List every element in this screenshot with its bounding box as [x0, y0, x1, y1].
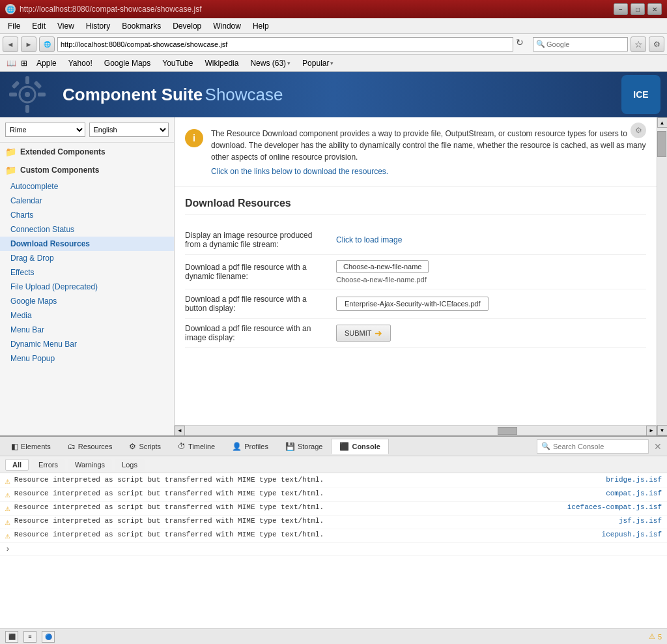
forward-button[interactable]: ► — [21, 37, 36, 52]
close-button[interactable]: ✕ — [647, 3, 662, 15]
back-button[interactable]: ◄ — [3, 37, 18, 52]
console-prompt-icon: › — [5, 544, 10, 554]
filter-warnings-button[interactable]: Warnings — [68, 459, 112, 471]
click-to-load-image-link[interactable]: Click to load image — [336, 235, 402, 244]
settings-icon[interactable]: ⚙ — [649, 37, 664, 52]
console-file-4[interactable]: jsf.js.isf — [619, 517, 662, 525]
nav-download-resources[interactable]: Download Resources — [0, 237, 174, 251]
console-file-2[interactable]: compat.js.isf — [606, 490, 662, 497]
filter-logs-button[interactable]: Logs — [115, 459, 145, 471]
nav-drag-drop[interactable]: Drag & Drop — [0, 251, 174, 265]
bookmark-yahoo[interactable]: Yahoo! — [63, 57, 98, 69]
language-select[interactable]: English — [89, 123, 169, 137]
scroll-down-button[interactable]: ▼ — [657, 425, 668, 435]
nav-bar: ◄ ► 🌐 ↻ 🔍 ☆ ⚙ — [0, 34, 667, 55]
status-warning-icon: ⚠ — [649, 632, 655, 641]
nav-autocomplete[interactable]: Autocomplete — [0, 179, 174, 194]
tab-resources[interactable]: 🗂 Resources — [59, 439, 121, 454]
devtools-search-input[interactable] — [553, 443, 644, 450]
search-input[interactable] — [546, 40, 625, 48]
bookmark-news[interactable]: News (63) ▾ — [245, 57, 296, 69]
scroll-up-button[interactable]: ▲ — [657, 117, 668, 128]
console-file-5[interactable]: icepush.js.isf — [602, 531, 662, 538]
address-bar[interactable] — [57, 37, 513, 51]
maximize-button[interactable]: □ — [631, 3, 645, 15]
submit-button[interactable]: SUBMIT ➜ — [336, 325, 391, 342]
h-scroll-thumb[interactable] — [498, 427, 517, 435]
menu-view[interactable]: View — [52, 20, 79, 32]
status-info-button[interactable]: 🔵 — [42, 631, 55, 643]
bookmarks-grid-icon[interactable]: ⊞ — [18, 57, 30, 69]
choose-filename-button[interactable]: Choose-a-new-file-name — [336, 260, 429, 273]
browser-icon: 🌐 — [5, 4, 16, 14]
console-file-3[interactable]: icefaces-compat.js.isf — [567, 503, 662, 511]
settings-circle-icon: ⚙ — [635, 126, 642, 135]
nav-menu-bar[interactable]: Menu Bar — [0, 323, 174, 337]
menu-history[interactable]: History — [81, 20, 115, 32]
nav-charts[interactable]: Charts — [0, 208, 174, 222]
nav-calendar[interactable]: Calendar — [0, 194, 174, 208]
nav-dynamic-menu-bar[interactable]: Dynamic Menu Bar — [0, 337, 174, 351]
nav-google-maps[interactable]: Google Maps — [0, 294, 174, 308]
warning-icon-4: ⚠ — [5, 517, 10, 527]
tab-elements[interactable]: ◧ Elements — [3, 439, 59, 454]
tab-console[interactable]: ⬛ Console — [331, 439, 388, 454]
scroll-thumb[interactable] — [657, 131, 666, 157]
menu-edit[interactable]: Edit — [27, 20, 51, 32]
menu-file[interactable]: File — [3, 20, 25, 32]
bookmarks-icon[interactable]: ☆ — [631, 37, 646, 52]
menu-window[interactable]: Window — [208, 20, 246, 32]
theme-select[interactable]: Rime — [5, 123, 85, 137]
bookmarks-open-icon[interactable]: 📖 — [5, 57, 17, 69]
filter-errors-button[interactable]: Errors — [31, 459, 65, 471]
menu-develop[interactable]: Develop — [167, 20, 206, 32]
minimize-button[interactable]: − — [614, 3, 628, 15]
svg-rect-2 — [25, 76, 29, 84]
console-file-1[interactable]: bridge.js.isf — [606, 476, 662, 484]
bookmark-youtube[interactable]: YouTube — [157, 57, 198, 69]
header-banner: Component Suite Showcase ICE — [0, 72, 667, 117]
nav-effects[interactable]: Effects — [0, 265, 174, 280]
nav-media[interactable]: Media — [0, 308, 174, 323]
download-label-filename: Download a pdf file resource with adynam… — [185, 263, 328, 281]
tab-storage[interactable]: 💾 Storage — [277, 439, 332, 454]
console-msg-1: Resource interpreted as script but trans… — [14, 476, 602, 484]
console-tab-label: Console — [352, 443, 380, 450]
menu-bookmarks[interactable]: Bookmarks — [117, 20, 166, 32]
tab-scripts[interactable]: ⚙ Scripts — [121, 439, 169, 454]
custom-components-section[interactable]: 📁 Custom Components — [0, 161, 174, 179]
filter-all-button[interactable]: All — [5, 459, 29, 471]
settings-circle-button[interactable]: ⚙ — [631, 123, 646, 138]
home-button[interactable]: 🌐 — [39, 37, 55, 52]
resources-tab-icon: 🗂 — [68, 442, 76, 451]
svg-point-1 — [25, 92, 30, 97]
nav-connection-status[interactable]: Connection Status — [0, 222, 174, 237]
console-prompt-row: › — [0, 543, 667, 556]
bookmarks-bar: 📖 ⊞ Apple Yahoo! Google Maps YouTube Wik… — [0, 55, 667, 72]
download-row-filename: Download a pdf file resource with adynam… — [185, 255, 646, 289]
status-console-button[interactable]: ⬛ — [5, 631, 18, 643]
content-area: i The Resource Download component provid… — [175, 117, 657, 425]
devtools-close-button[interactable]: ✕ — [651, 440, 664, 453]
download-file-button[interactable]: Enterprise-Ajax-Security-with-ICEfaces.p… — [336, 297, 489, 311]
download-action-filename: Choose-a-new-file-name Choose-a-new-file… — [336, 260, 429, 284]
bookmark-google-maps[interactable]: Google Maps — [99, 57, 156, 69]
refresh-button[interactable]: ↻ — [516, 37, 530, 51]
folder-icon: 📁 — [5, 147, 16, 157]
nav-file-upload[interactable]: File Upload (Deprecated) — [0, 280, 174, 294]
menu-help[interactable]: Help — [248, 20, 274, 32]
bookmark-apple[interactable]: Apple — [31, 57, 62, 69]
info-link[interactable]: Click on the links below to download the… — [211, 167, 646, 176]
bookmark-popular[interactable]: Popular ▾ — [297, 57, 339, 69]
tab-timeline[interactable]: ⏱ Timeline — [169, 439, 223, 454]
devtools-search-icon: 🔍 — [541, 442, 550, 450]
extended-components-section[interactable]: 📁 Extended Components — [0, 143, 174, 161]
scroll-right-button[interactable]: ► — [646, 426, 657, 436]
scroll-left-button[interactable]: ◄ — [175, 426, 185, 436]
bookmark-wikipedia[interactable]: Wikipedia — [199, 57, 244, 69]
tab-profiles[interactable]: 👤 Profiles — [223, 439, 277, 454]
download-title: Download Resources — [185, 198, 646, 215]
nav-menu-popup[interactable]: Menu Popup — [0, 351, 174, 366]
download-row-image: Display an image resource producedfrom a… — [185, 226, 646, 255]
status-list-button[interactable]: ≡ — [23, 631, 36, 643]
